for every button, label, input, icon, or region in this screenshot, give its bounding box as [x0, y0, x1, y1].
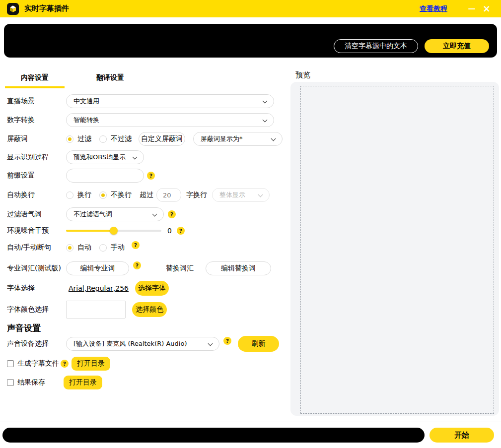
replace-words-label: 替换词汇 — [166, 264, 194, 273]
number-convert-label: 数字转换 — [7, 116, 66, 125]
slider-thumb[interactable] — [110, 227, 118, 235]
recognition-process-select[interactable]: 预览和OBS均显示 — [66, 150, 144, 164]
recognition-process-row: 显示识别过程 预览和OBS均显示 — [7, 148, 144, 166]
sound-device-row: 声音设备选择 [输入设备] 麦克风 (Realtek(R) Audio) ? 刷… — [7, 335, 279, 353]
recognition-process-label: 显示识别过程 — [7, 153, 66, 162]
minimize-icon — [468, 8, 475, 9]
number-convert-row: 数字转换 智能转换 — [7, 111, 274, 129]
current-font-link[interactable]: Arial,Regular,256 — [69, 284, 129, 292]
sound-device-label: 声音设备选择 — [7, 339, 66, 348]
font-color-label: 字体颜色选择 — [7, 305, 66, 314]
settings-tabs: 内容设置 翻译设置 — [5, 69, 140, 88]
subtitle-file-row: 生成字幕文件 ? 打开目录 — [7, 355, 110, 373]
sound-device-select[interactable]: [输入设备] 麦克风 (Realtek(R) Audio) — [66, 337, 219, 351]
live-scene-value: 中文通用 — [73, 97, 99, 106]
sound-device-value: [输入设备] 麦克风 (Realtek(R) Audio) — [73, 339, 187, 348]
font-color-input[interactable] — [66, 301, 126, 319]
prefix-input[interactable] — [66, 169, 144, 183]
footer-divider — [0, 422, 501, 422]
prefix-row: 前缀设置 ? — [7, 167, 155, 185]
chevron-down-icon — [263, 118, 267, 122]
radio-selected-icon — [66, 244, 73, 252]
custom-blocked-words-button[interactable]: 自定义屏蔽词 — [139, 132, 185, 146]
wrap-char-count-input[interactable] — [156, 188, 181, 202]
preview-area — [300, 86, 494, 414]
result-save-row: 结果保存 打开目录 — [7, 374, 102, 391]
wrap-mode-select[interactable]: 整体显示 — [212, 188, 270, 202]
app-logo-cube-icon — [7, 3, 19, 15]
radio-filter[interactable]: 过滤 — [66, 134, 91, 143]
result-save-checkbox[interactable] — [7, 379, 14, 386]
help-icon[interactable]: ? — [133, 261, 141, 269]
font-select-row: 字体选择 Arial,Regular,256 选择字体 — [7, 279, 169, 297]
radio-wrap-label: 换行 — [77, 191, 91, 199]
noise-slider[interactable] — [66, 227, 161, 235]
chevron-down-icon — [152, 212, 156, 216]
number-convert-value: 智能转换 — [73, 116, 99, 125]
recharge-button[interactable]: 立即充值 — [425, 39, 489, 53]
professional-words-label: 专业词汇(测试版) — [7, 264, 66, 273]
tab-translation-settings[interactable]: 翻译设置 — [80, 69, 140, 88]
radio-filter-label: 过滤 — [77, 134, 91, 143]
radio-no-wrap-label: 不换行 — [111, 191, 132, 199]
choose-color-button[interactable]: 选择颜色 — [132, 302, 167, 317]
help-icon[interactable]: ? — [61, 360, 69, 368]
live-scene-label: 直播场景 — [7, 97, 66, 106]
status-bar — [2, 428, 425, 443]
radio-no-filter-label: 不过滤 — [111, 134, 132, 143]
radio-manual-segment[interactable]: 手动 — [99, 243, 125, 252]
open-subtitle-dir-button[interactable]: 打开目录 — [72, 357, 110, 371]
result-save-label: 结果保存 — [17, 378, 64, 387]
blocked-words-display-value: 屏蔽词显示为* — [201, 134, 243, 143]
wrap-mode-value: 整体显示 — [219, 191, 245, 199]
radio-auto-segment[interactable]: 自动 — [66, 243, 91, 252]
help-icon[interactable]: ? — [223, 337, 231, 345]
subtitle-file-label: 生成字幕文件 — [17, 359, 59, 368]
help-icon[interactable]: ? — [147, 172, 155, 180]
edit-pro-words-button[interactable]: 编辑专业词 — [66, 261, 129, 275]
prefix-label: 前缀设置 — [7, 171, 66, 180]
radio-selected-icon — [66, 135, 73, 143]
blocked-words-label: 屏蔽词 — [7, 134, 66, 143]
close-button[interactable]: × — [479, 3, 494, 15]
radio-unselected-icon — [66, 192, 73, 199]
choose-font-button[interactable]: 选择字体 — [135, 281, 169, 296]
radio-no-wrap[interactable]: 不换行 — [99, 191, 132, 199]
close-icon: × — [483, 4, 491, 13]
radio-wrap[interactable]: 换行 — [66, 191, 91, 199]
help-icon[interactable]: ? — [168, 210, 176, 218]
help-icon[interactable]: ? — [177, 227, 185, 235]
tab-content-settings[interactable]: 内容设置 — [5, 69, 65, 88]
filter-modal-words-label: 过滤语气词 — [7, 210, 66, 219]
noise-intervention-label: 环境噪音干预 — [7, 226, 66, 235]
filter-modal-words-value: 不过滤语气词 — [73, 210, 112, 219]
open-result-dir-button[interactable]: 打开目录 — [64, 376, 102, 389]
radio-no-filter[interactable]: 不过滤 — [99, 134, 132, 143]
refresh-button[interactable]: 刷新 — [238, 336, 279, 352]
preview-panel — [290, 82, 499, 416]
filter-modal-words-select[interactable]: 不过滤语气词 — [66, 207, 164, 221]
minimize-button[interactable] — [464, 3, 479, 15]
title-bar: 实时字幕插件 查看教程 × — [0, 0, 501, 17]
blocked-words-row: 屏蔽词 过滤 不过滤 自定义屏蔽词 屏蔽词显示为* — [7, 130, 283, 148]
radio-auto-label: 自动 — [77, 243, 91, 252]
segmentation-row: 自动/手动断句 自动 手动 ? — [7, 239, 140, 256]
font-select-label: 字体选择 — [7, 284, 66, 293]
app-title: 实时字幕插件 — [24, 4, 69, 13]
live-scene-row: 直播场景 中文通用 — [7, 92, 274, 110]
subtitle-file-checkbox[interactable] — [7, 360, 14, 367]
wrap-suffix-label: 字换行 — [186, 191, 207, 199]
subtitle-source-banner: 清空字幕源中的文本 立即充值 — [4, 24, 497, 58]
clear-subtitle-text-button[interactable]: 清空字幕源中的文本 — [334, 39, 418, 53]
number-convert-select[interactable]: 智能转换 — [66, 113, 274, 127]
blocked-words-display-select[interactable]: 屏蔽词显示为* — [193, 132, 283, 146]
chevron-down-icon — [133, 155, 137, 159]
live-scene-select[interactable]: 中文通用 — [66, 94, 274, 108]
chevron-down-icon — [208, 342, 212, 346]
view-tutorial-link[interactable]: 查看教程 — [420, 4, 447, 13]
sound-settings-heading: 声音设置 — [7, 322, 41, 334]
help-icon[interactable]: ? — [132, 241, 140, 249]
start-button[interactable]: 开始 — [429, 428, 494, 443]
noise-intervention-row: 环境噪音干预 0 ? — [7, 222, 185, 240]
edit-replace-words-button[interactable]: 编辑替换词 — [206, 261, 271, 275]
